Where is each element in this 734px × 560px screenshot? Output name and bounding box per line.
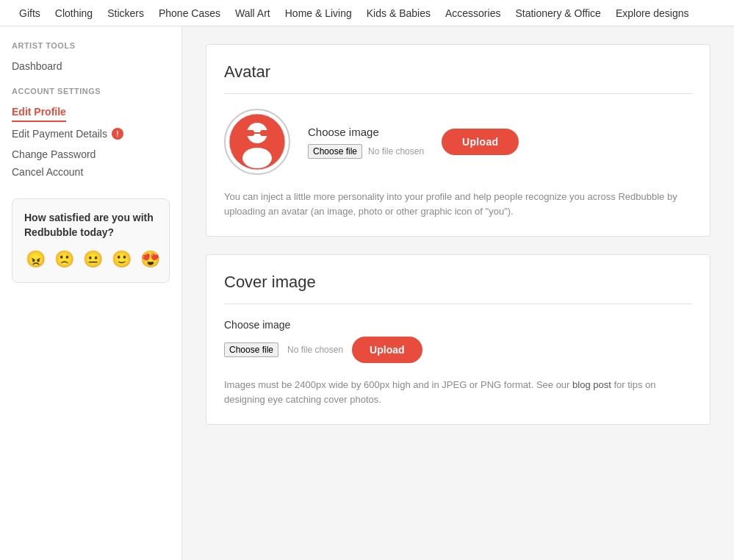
- avatar-content-row: Choose image Choose file No file chosen …: [224, 109, 692, 175]
- avatar-description: You can inject a little more personality…: [224, 190, 692, 218]
- emoji-neutral[interactable]: 😐: [82, 248, 104, 270]
- satisfaction-question: How satisfied are you with Redbubble tod…: [24, 211, 157, 240]
- payment-warning-badge: !: [112, 128, 123, 140]
- main-content: Avatar: [182, 26, 734, 560]
- nav-phone-cases[interactable]: Phone Cases: [151, 7, 228, 19]
- emoji-love[interactable]: 😍: [139, 248, 162, 270]
- edit-payment-row: Edit Payment Details !: [12, 122, 170, 146]
- cover-choose-image-label: Choose image: [224, 319, 692, 331]
- nav-clothing[interactable]: Clothing: [48, 7, 100, 19]
- satisfaction-widget: How satisfied are you with Redbubble tod…: [12, 198, 170, 283]
- cover-choose-file-btn[interactable]: Choose file: [224, 342, 278, 357]
- cover-blog-post-link[interactable]: blog post: [572, 379, 611, 390]
- cover-upload-button[interactable]: Upload: [352, 337, 422, 363]
- artist-tools-title: ARTIST TOOLS: [12, 41, 170, 50]
- nav-kids-babies[interactable]: Kids & Babies: [359, 7, 438, 19]
- cover-choose-block: Choose image Choose file No file chosen …: [224, 319, 692, 363]
- cover-title: Cover image: [224, 273, 692, 292]
- nav-gifts[interactable]: Gifts: [12, 7, 48, 19]
- cover-description: Images must be 2400px wide by 600px high…: [224, 378, 692, 406]
- avatar-choose-block: Choose image Choose file No file chosen: [308, 126, 424, 159]
- top-navigation: Gifts Clothing Stickers Phone Cases Wall…: [0, 0, 734, 26]
- avatar-image-circle: [224, 109, 290, 175]
- avatar-choose-image-label: Choose image: [308, 126, 424, 138]
- cover-desc-before-link: Images must be 2400px wide by 600px high…: [224, 379, 572, 390]
- cover-file-input-row: Choose file No file chosen Upload: [224, 337, 692, 363]
- avatar-file-input-row: Choose file No file chosen: [308, 144, 424, 159]
- avatar-no-file-text: No file chosen: [368, 146, 424, 157]
- svg-point-5: [242, 148, 272, 168]
- sidebar-dashboard[interactable]: Dashboard: [12, 57, 170, 75]
- nav-explore-designs[interactable]: Explore designs: [608, 7, 697, 19]
- emoji-angry[interactable]: 😠: [24, 248, 47, 270]
- svg-rect-3: [260, 130, 269, 136]
- nav-accessories[interactable]: Accessories: [438, 7, 508, 19]
- cover-no-file-text: No file chosen: [287, 345, 343, 355]
- nav-stationery-office[interactable]: Stationery & Office: [508, 7, 608, 19]
- avatar-person-icon: [228, 112, 287, 171]
- avatar-card: Avatar: [206, 44, 710, 237]
- sidebar-change-password[interactable]: Change Password: [12, 146, 170, 163]
- avatar-upload-button[interactable]: Upload: [442, 129, 519, 155]
- sidebar: ARTIST TOOLS Dashboard ACCOUNT SETTINGS …: [0, 26, 182, 560]
- cover-divider: [224, 304, 692, 304]
- emoji-smile[interactable]: 🙂: [110, 248, 133, 270]
- emoji-frown[interactable]: 🙁: [53, 248, 76, 270]
- sidebar-edit-profile[interactable]: Edit Profile: [12, 103, 66, 122]
- nav-stickers[interactable]: Stickers: [100, 7, 151, 19]
- avatar-title: Avatar: [224, 62, 692, 82]
- nav-home-living[interactable]: Home & Living: [278, 7, 359, 19]
- account-settings-title: ACCOUNT SETTINGS: [12, 87, 170, 96]
- avatar-divider: [224, 93, 692, 94]
- sidebar-cancel-account[interactable]: Cancel Account: [12, 163, 170, 181]
- nav-wall-art[interactable]: Wall Art: [228, 7, 278, 19]
- emoji-rating-row: 😠 🙁 😐 🙂 😍: [24, 248, 157, 270]
- svg-rect-2: [245, 130, 254, 136]
- cover-image-card: Cover image Choose image Choose file No …: [206, 254, 710, 425]
- sidebar-edit-payment[interactable]: Edit Payment Details: [12, 125, 107, 143]
- avatar-choose-file-btn[interactable]: Choose file: [308, 144, 362, 159]
